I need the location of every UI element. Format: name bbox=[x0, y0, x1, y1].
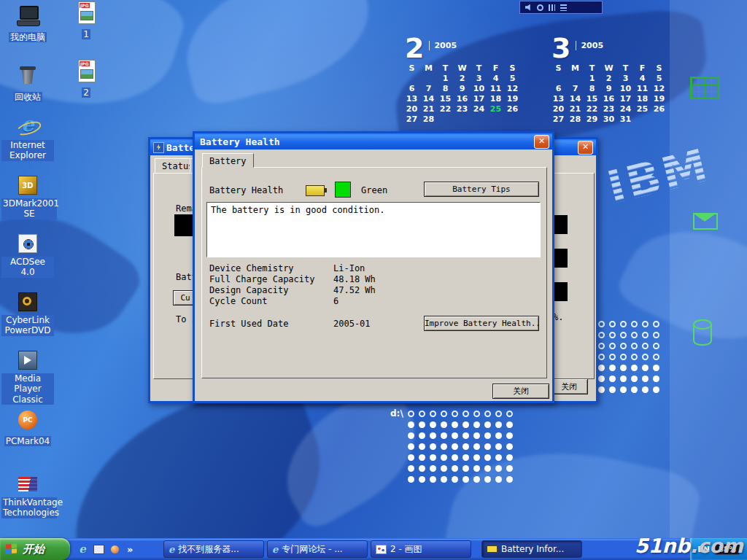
desktop-icon-label: PCMark04 bbox=[4, 436, 51, 446]
field-value: Li-Ion bbox=[333, 263, 365, 273]
dot bbox=[609, 354, 616, 360]
calendar-day bbox=[403, 74, 420, 83]
jpg-file-icon bbox=[73, 60, 99, 83]
dot bbox=[452, 465, 458, 472]
dot bbox=[642, 332, 649, 338]
taskbar-task-2[interactable]: e 专门网论坛 - ... bbox=[267, 540, 368, 558]
calendar-day: 17 bbox=[617, 94, 634, 104]
calendar-day: 5 bbox=[504, 74, 521, 83]
toolbar-bars-icon[interactable] bbox=[549, 4, 555, 11]
toolbar-dot-icon[interactable] bbox=[537, 4, 543, 11]
dot bbox=[642, 386, 649, 393]
dot bbox=[408, 432, 414, 439]
desktop-icon-jpg-2[interactable]: 2 bbox=[69, 60, 104, 98]
battery-tips-button[interactable]: Battery Tips bbox=[424, 182, 539, 197]
desktop-icon-label: 我的电脑 bbox=[9, 32, 47, 42]
watermark: 51nb.com bbox=[635, 534, 743, 557]
close-icon[interactable]: ✕ bbox=[534, 135, 549, 149]
watermark-main: 51nb bbox=[635, 534, 690, 557]
dialog-titlebar[interactable]: Battery Health ✕ bbox=[195, 133, 552, 149]
calendar-day-header: W bbox=[454, 63, 471, 73]
tab-battery[interactable]: Battery bbox=[202, 153, 254, 168]
calendar-day: 21 bbox=[420, 104, 437, 114]
toolbar-grid-icon[interactable] bbox=[560, 4, 567, 11]
dot bbox=[452, 432, 458, 439]
first-used-label: First Used Date bbox=[209, 319, 288, 329]
taskbar-task-3[interactable]: 2 - 画图 bbox=[371, 540, 471, 558]
dot bbox=[441, 421, 447, 428]
thinkvantage-icon bbox=[15, 472, 41, 496]
close-button[interactable]: 关闭 bbox=[550, 378, 588, 394]
quick-launch-media-icon[interactable] bbox=[108, 542, 121, 556]
wallpaper-leaf bbox=[172, 0, 383, 109]
desktop-icon-powerdvd[interactable]: CyberLink PowerDVD bbox=[1, 290, 54, 336]
health-status-value: Green bbox=[361, 185, 387, 195]
quick-launch-desktop-icon[interactable] bbox=[92, 542, 105, 556]
calendar-day-header: T bbox=[471, 63, 487, 73]
mini-toolbar[interactable] bbox=[519, 1, 603, 14]
desktop-icon-my-computer[interactable]: 我的电脑 bbox=[1, 4, 54, 43]
taskbar-task-1[interactable]: e 找不到服务器... bbox=[163, 540, 264, 558]
desktop-icon-pcmark04[interactable]: PCMark04 bbox=[1, 408, 54, 447]
watermark-suffix: .com bbox=[690, 534, 743, 557]
calendar-day bbox=[420, 74, 437, 83]
calendar-month-number: 3 bbox=[551, 36, 570, 60]
calendar-day: 20 bbox=[403, 104, 420, 114]
chevron-icon[interactable]: » bbox=[127, 544, 133, 555]
dot bbox=[598, 332, 605, 338]
calendar-day: 1 bbox=[584, 74, 600, 83]
dot bbox=[506, 421, 513, 428]
desktop: 2 2005 SMTWTFS12345678910111213141516171… bbox=[0, 0, 747, 560]
calendar-header: 3 2005 bbox=[551, 36, 667, 60]
dot bbox=[484, 454, 491, 461]
desktop-icon-jpg-1[interactable]: 1 bbox=[69, 1, 104, 40]
dot bbox=[430, 465, 436, 472]
calendar-day: 31 bbox=[617, 114, 634, 124]
dot bbox=[484, 411, 491, 417]
improve-battery-health-button[interactable]: Improve Battery Health... bbox=[424, 316, 539, 331]
dot bbox=[473, 454, 480, 461]
dot bbox=[408, 411, 414, 417]
dot bbox=[653, 354, 659, 360]
desktop-icon-thinkvantage[interactable]: ThinkVantage Technologies bbox=[1, 472, 54, 518]
jpg-thumbnail bbox=[80, 69, 93, 79]
dot bbox=[506, 454, 513, 461]
calendar-day: 8 bbox=[584, 84, 600, 93]
dot bbox=[473, 476, 480, 483]
desktop-icon-recycle-bin[interactable]: 回收站 bbox=[1, 64, 54, 103]
dot-pattern-right bbox=[596, 319, 662, 395]
calendar-day bbox=[504, 114, 521, 124]
desktop-icon-3dmark2001[interactable]: 3DMark2001 SE bbox=[1, 174, 54, 219]
desktop-icon-acdsee[interactable]: ACDSee 4.0 bbox=[1, 232, 54, 278]
dot bbox=[441, 432, 447, 439]
3dmark-icon bbox=[15, 174, 41, 197]
calendar-day: 12 bbox=[504, 84, 521, 93]
desktop-icon-internet-explorer[interactable]: Internet Explorer bbox=[1, 115, 54, 161]
close-icon[interactable]: ✕ bbox=[578, 141, 593, 155]
dot bbox=[473, 421, 480, 428]
quick-launch-ie-icon[interactable]: e bbox=[76, 542, 89, 556]
dialog-title: Battery Health bbox=[198, 136, 280, 147]
powerdvd-icon bbox=[15, 290, 41, 314]
calendar-day: 10 bbox=[471, 84, 487, 93]
calendar-day: 22 bbox=[584, 104, 600, 114]
dot bbox=[598, 365, 605, 371]
dot bbox=[473, 443, 480, 450]
close-button[interactable]: 关闭 bbox=[492, 384, 549, 399]
condition-textbox[interactable]: The battery is in good condition. bbox=[206, 202, 541, 257]
desktop-icon-media-player-classic[interactable]: Media Player Classic bbox=[1, 349, 54, 405]
dot bbox=[408, 421, 414, 428]
dot bbox=[598, 386, 605, 393]
calendar-day: 20 bbox=[550, 104, 567, 114]
calendar-day: 4 bbox=[634, 74, 651, 83]
start-button[interactable]: 开始 bbox=[0, 538, 70, 560]
calendar-day: 28 bbox=[420, 114, 437, 124]
envelope-icon bbox=[693, 213, 718, 230]
field-label: Full Charge Capacity bbox=[209, 274, 315, 284]
calendar-day: 7 bbox=[420, 84, 437, 93]
calendar-day: 14 bbox=[567, 94, 584, 104]
dot bbox=[653, 376, 659, 382]
dot bbox=[462, 432, 469, 439]
taskbar-task-battery-information[interactable]: Battery Infor... bbox=[481, 540, 582, 558]
speaker-icon[interactable] bbox=[525, 4, 532, 11]
